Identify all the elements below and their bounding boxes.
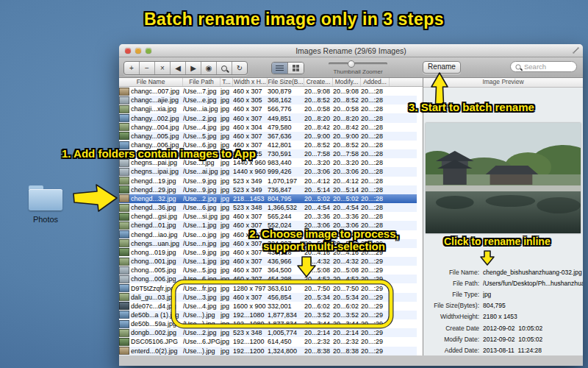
cell-create: 20...8:42 xyxy=(304,124,333,131)
cell-path: /Use...1.jpg xyxy=(183,258,220,265)
table-row[interactable]: DSC05106.JPG/Use...6.JPGjpg192...1200614… xyxy=(119,337,417,346)
cell-name: chengd...iao.jpg xyxy=(131,231,183,238)
toolbar: +−×◀▶◉↻ Thumbnail Zoomer Rename Search xyxy=(119,57,583,78)
cell-modify: 20...4:12 xyxy=(333,177,361,185)
cell-type: jpg xyxy=(220,320,233,328)
table-row[interactable]: D9T5tZzqfr.jpg/Use...fr.jpgjpg1280 x 797… xyxy=(119,283,417,292)
table-row[interactable]: dde07c...d4.jpg/Use...4.jpgjpg1600 x 900… xyxy=(119,302,417,311)
table-row[interactable]: chengd...29.jpg/Use...9.jpgjpg523 x 3497… xyxy=(119,185,417,194)
info-label: Modify Date: xyxy=(423,336,479,343)
cell-create: 20...3:20 xyxy=(304,159,333,166)
zoomer-slider-thumb[interactable] xyxy=(348,60,355,68)
cell-name: chengd...32.jpg xyxy=(131,195,183,202)
cell-type: jpg xyxy=(220,105,233,113)
info-row[interactable]: Added Date:2013-08-11 11:24:28 xyxy=(423,344,583,355)
cell-path: /Use...5.jpg xyxy=(183,266,220,274)
table-row[interactable]: changy...005.jpg/Use...5.jpgjpg460 x 307… xyxy=(119,132,417,141)
info-row[interactable]: File Type:jpg xyxy=(423,289,583,300)
info-row[interactable]: File Size(Bytes):804,795 xyxy=(423,300,583,311)
toolbar-button-group: +−×◀▶◉↻ xyxy=(123,61,248,75)
cell-size: 449,851 xyxy=(268,115,304,122)
column-header[interactable]: Create... xyxy=(304,78,333,86)
table-row[interactable]: chegns...pai.jpg/Use...i.jpgjpg1440 x 96… xyxy=(119,158,417,167)
grid-view-icon xyxy=(293,65,300,72)
cell-name: changy...005.jpg xyxy=(131,132,183,140)
table-row[interactable]: de50b...a (1).jpg/Use...).jpgjpg192...10… xyxy=(119,311,417,319)
table-row[interactable]: changc...007.jpg/Use...7.jpgjpg460 x 307… xyxy=(119,87,417,96)
table-row[interactable]: dali_gu...03.jpg/Use...3.jpgjpg460 x 307… xyxy=(119,293,417,302)
cell-type: jpg xyxy=(220,285,233,292)
thumbnail xyxy=(119,338,129,346)
column-header[interactable]: File Path xyxy=(183,78,220,86)
table-row[interactable]: chengd...gsi.jpg/Use...si.jpgjpg460 x 30… xyxy=(119,212,417,221)
column-header[interactable]: Added... xyxy=(361,78,390,86)
info-row[interactable]: File Name:chengde_bishushanzhuang-032.jp… xyxy=(423,266,583,277)
resize-icon[interactable] xyxy=(573,47,579,54)
cell-name: changc...ajie.jpg xyxy=(131,96,183,104)
table-row[interactable]: enterd...0(2).jpg/Use...).jpgjpg192...12… xyxy=(119,347,417,355)
column-header[interactable]: File Size(B... xyxy=(268,78,304,86)
info-row[interactable]: File Path:/Users/fun/Desktop/Ph...hushan… xyxy=(423,277,583,289)
cell-size: 1,366,532 xyxy=(268,204,304,211)
grid-view-button[interactable] xyxy=(287,63,304,74)
table-row[interactable]: chong...005.jpg/Use...5.jpgjpg460 x 3073… xyxy=(119,266,417,275)
column-header[interactable]: T... xyxy=(220,78,233,86)
cell-name: de50b...a (1).jpg xyxy=(131,311,183,319)
back-button[interactable]: ◀ xyxy=(171,62,186,74)
table-row[interactable]: changy...004.jpg/Use...4.jpgjpg460 x 304… xyxy=(119,123,417,132)
zoomer-slider-track[interactable] xyxy=(329,63,387,65)
cell-create: 20...4:12 xyxy=(304,177,333,185)
table-row[interactable]: de50b...59a.jpg/Use...).jpgjpg192...1080… xyxy=(119,319,417,328)
table-row[interactable]: chong...001.jpg/Use...1.jpgjpg460 x 3074… xyxy=(119,257,417,266)
table-row[interactable]: dongb...002.jpg/Use...2.jpgjpg523 x 3481… xyxy=(119,328,417,337)
rename-button[interactable]: Rename xyxy=(423,61,461,74)
table-row[interactable]: chegns...ipai.jpg/Use...ai.jpgjpg1440 x … xyxy=(119,167,417,176)
info-value: /Users/fun/Desktop/Ph...hushanzhuang-032… xyxy=(483,280,583,287)
title-bar[interactable]: Images Rename (29/69 Images) xyxy=(119,44,583,57)
window-title: Images Rename (29/69 Images) xyxy=(119,46,583,55)
remove-button[interactable]: − xyxy=(140,62,155,74)
table-row[interactable]: changc...ajie.jpg/Use...e.jpgjpg460 x 30… xyxy=(119,96,417,105)
table-row[interactable]: chengd...19.jpg/Use...9.jpgjpg523 x 3491… xyxy=(119,177,417,185)
photos-folder[interactable]: Photos xyxy=(26,185,65,224)
column-header[interactable]: Modify... xyxy=(333,78,361,86)
table-row[interactable]: chengd...32.jpg/Use...2.jpgjpg218...1453… xyxy=(119,194,417,203)
info-row[interactable]: Create Date2012-09-02 10:05:02 xyxy=(423,322,583,333)
cell-added: 20...:28 xyxy=(361,150,390,158)
thumbnail xyxy=(119,230,129,238)
cell-dims: 523 x 348 xyxy=(233,204,268,211)
cell-modify: 20...8:52 xyxy=(333,96,361,104)
cell-path: /Use...2.jpg xyxy=(183,195,220,202)
info-value: 2013-08-11 11:24:28 xyxy=(483,347,542,354)
search-field[interactable]: Search xyxy=(510,61,577,72)
table-row[interactable]: chengd...36.jpg/Use...6.jpgjpg523 x 3481… xyxy=(119,203,417,212)
table-body: changc...007.jpg/Use...7.jpgjpg460 x 307… xyxy=(119,87,417,355)
cell-type: jpg xyxy=(220,186,233,194)
info-value: jpg xyxy=(483,291,491,298)
cell-path: /Use...ia.jpg xyxy=(183,105,220,113)
refresh-button[interactable]: ↻ xyxy=(232,62,247,74)
forward-button[interactable]: ▶ xyxy=(186,62,201,74)
cell-create: 20...2:14 xyxy=(304,329,333,336)
cell-dims: 460 x 304 xyxy=(233,124,268,131)
column-header[interactable]: Width x H... xyxy=(233,78,268,86)
search-tool-button[interactable] xyxy=(217,62,232,74)
table-row[interactable]: chong...006.jpg/Use...6.jpgjpg460 x 3074… xyxy=(119,275,417,283)
cell-size: 300,879 xyxy=(268,88,304,95)
table-row[interactable]: changy...002.jpg/Use...2.jpgjpg460 x 307… xyxy=(119,113,417,122)
list-view-button[interactable] xyxy=(272,63,287,74)
cell-size: 368,162 xyxy=(268,96,304,104)
cell-size: 436,966 xyxy=(268,258,304,265)
view-mode-segmented-control xyxy=(271,62,304,74)
column-header[interactable]: File Name xyxy=(119,78,183,86)
cell-create: 20...5:08 xyxy=(304,266,333,274)
cell-name: chengd...gsi.jpg xyxy=(131,213,183,220)
cell-create: 20...3:36 xyxy=(304,213,333,220)
add-button[interactable]: + xyxy=(124,62,140,74)
preview-button[interactable]: ◉ xyxy=(201,62,217,74)
cell-path: /Use...fr.jpg xyxy=(183,285,220,292)
info-row[interactable]: Modify Date:2012-09-02 10:05:02 xyxy=(423,333,583,344)
delete-button[interactable]: × xyxy=(155,62,171,74)
info-row[interactable]: WidthxHeight:2180 x 1453 xyxy=(423,311,583,322)
table-row[interactable]: changji...xia.jpg/Use...ia.jpgjpg460 x 3… xyxy=(119,105,417,113)
